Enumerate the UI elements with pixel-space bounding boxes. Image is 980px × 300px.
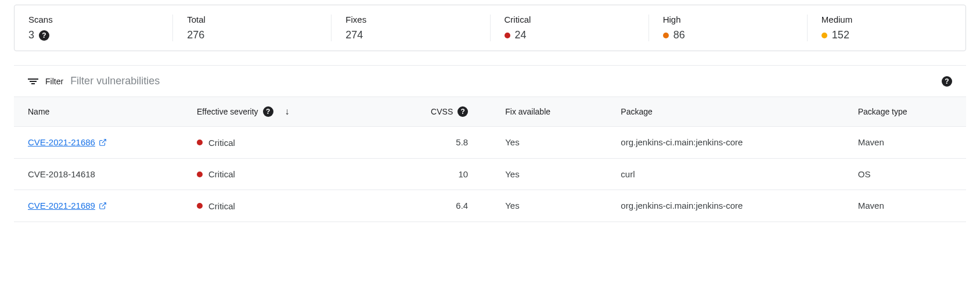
vulnerability-name: CVE-2018-14618 bbox=[28, 169, 95, 179]
stat-label: Fixes bbox=[345, 15, 475, 24]
external-link-icon bbox=[99, 202, 107, 210]
package-value: curl bbox=[607, 158, 844, 190]
table-row: CVE-2018-14618Critical10YescurlOS bbox=[14, 158, 966, 190]
stat-value: 152 bbox=[832, 29, 849, 41]
cvss-value: 5.8 bbox=[373, 127, 491, 159]
table-row: CVE-2021-21686Critical5.8Yesorg.jenkins-… bbox=[14, 127, 966, 159]
package-value: org.jenkins-ci.main:jenkins-core bbox=[607, 127, 844, 159]
vulnerability-link[interactable]: CVE-2021-21689 bbox=[28, 201, 107, 210]
fix-available-value: Yes bbox=[491, 127, 607, 159]
package-type-value: OS bbox=[844, 158, 966, 190]
stat-value: 274 bbox=[345, 29, 363, 41]
filter-bar: Filter ? bbox=[14, 66, 966, 97]
stat-total: Total 276 bbox=[173, 15, 332, 41]
svg-line-0 bbox=[102, 140, 106, 143]
cvss-value: 6.4 bbox=[373, 190, 491, 222]
column-header-cvss[interactable]: CVSS ? bbox=[373, 97, 491, 127]
severity-dot-icon bbox=[663, 33, 669, 38]
package-type-value: Maven bbox=[844, 190, 966, 222]
column-header-package-type[interactable]: Package type bbox=[844, 97, 966, 127]
stat-value: 24 bbox=[515, 29, 527, 41]
stat-critical: Critical 24 bbox=[491, 15, 649, 41]
stat-label: Total bbox=[187, 15, 317, 24]
stat-medium: Medium 152 bbox=[808, 15, 965, 41]
severity-dot-icon bbox=[197, 203, 203, 209]
filter-label: Filter bbox=[45, 77, 63, 86]
stat-scans: Scans 3 ? bbox=[15, 15, 173, 41]
vulnerability-link[interactable]: CVE-2021-21686 bbox=[28, 137, 107, 147]
sort-descending-icon: ↓ bbox=[285, 106, 290, 117]
help-icon[interactable]: ? bbox=[457, 106, 468, 117]
stat-label: Scans bbox=[28, 15, 158, 24]
column-header-name[interactable]: Name bbox=[14, 97, 183, 127]
stat-fixes: Fixes 274 bbox=[332, 15, 490, 41]
column-header-package[interactable]: Package bbox=[607, 97, 844, 127]
package-type-value: Maven bbox=[844, 127, 966, 159]
vulnerability-table-section: Filter ? Name Effective severity ? ↓ CVS… bbox=[14, 65, 966, 222]
fix-available-value: Yes bbox=[491, 190, 607, 222]
external-link-icon bbox=[99, 138, 107, 147]
stat-label: High bbox=[663, 15, 793, 24]
stat-label: Medium bbox=[822, 15, 952, 24]
stat-value: 86 bbox=[673, 29, 685, 41]
table-header-row: Name Effective severity ? ↓ CVSS ? Fix a… bbox=[14, 97, 966, 127]
svg-line-1 bbox=[102, 203, 106, 206]
stat-value: 276 bbox=[187, 29, 204, 41]
severity-cell: Critical bbox=[197, 138, 235, 148]
severity-dot-icon bbox=[197, 172, 203, 177]
severity-dot-icon bbox=[505, 33, 510, 38]
table-row: CVE-2021-21689Critical6.4Yesorg.jenkins-… bbox=[14, 190, 966, 222]
severity-dot-icon bbox=[822, 33, 827, 38]
column-header-fix-available[interactable]: Fix available bbox=[491, 97, 607, 127]
stats-summary-card: Scans 3 ? Total 276 Fixes 274 Critical 2… bbox=[14, 5, 966, 51]
fix-available-value: Yes bbox=[491, 158, 607, 190]
severity-cell: Critical bbox=[197, 201, 235, 211]
stat-value: 3 bbox=[28, 29, 34, 41]
help-icon[interactable]: ? bbox=[39, 30, 49, 41]
cvss-value: 10 bbox=[373, 158, 491, 190]
package-value: org.jenkins-ci.main:jenkins-core bbox=[607, 190, 844, 222]
filter-input[interactable] bbox=[70, 73, 935, 90]
stat-label: Critical bbox=[505, 15, 635, 24]
help-icon[interactable]: ? bbox=[942, 76, 952, 87]
stat-high: High 86 bbox=[649, 15, 808, 41]
severity-cell: Critical bbox=[197, 169, 235, 179]
filter-icon bbox=[28, 76, 38, 87]
column-header-effective-severity[interactable]: Effective severity ? ↓ bbox=[183, 97, 373, 127]
severity-dot-icon bbox=[197, 140, 203, 145]
vulnerability-table: Name Effective severity ? ↓ CVSS ? Fix a… bbox=[14, 97, 966, 222]
help-icon[interactable]: ? bbox=[263, 106, 273, 117]
